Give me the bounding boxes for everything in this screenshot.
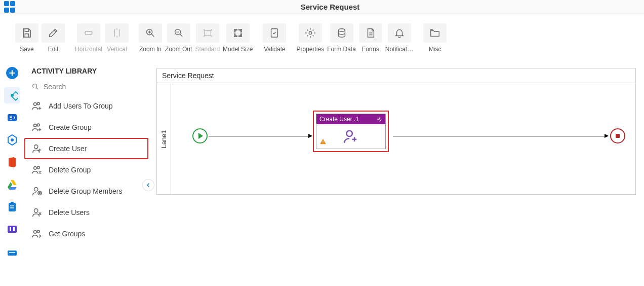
form-data-button[interactable]: Form Data (327, 20, 356, 53)
bell-icon (394, 27, 405, 39)
svg-point-6 (338, 29, 345, 32)
svg-point-32 (347, 131, 352, 136)
lib-item-delete-group-members[interactable]: Delete Group Members (24, 181, 148, 202)
rail-clipboard-button[interactable] (4, 199, 20, 215)
database-icon (336, 27, 347, 39)
properties-button[interactable]: Properties (296, 20, 324, 53)
svg-point-11 (11, 138, 14, 141)
validate-icon (269, 27, 280, 39)
user-add-icon (31, 143, 43, 154)
rail-purple-button[interactable] (4, 221, 20, 237)
validate-button[interactable]: Validate (263, 20, 286, 53)
rail-drive-button[interactable] (4, 176, 20, 193)
group-delete-icon (31, 164, 43, 175)
lib-item-label: Create User (49, 145, 87, 153)
app-rail (0, 60, 24, 286)
activity-node-create-user[interactable]: Create User .1 (313, 111, 389, 152)
svg-point-21 (34, 124, 37, 127)
svg-point-9 (11, 94, 14, 97)
svg-point-19 (34, 103, 37, 106)
svg-point-20 (37, 102, 39, 105)
activity-title: Create User .1 (319, 116, 359, 123)
lib-item-label: Delete Group (49, 166, 91, 174)
save-icon (21, 27, 32, 39)
rail-card-button[interactable] (4, 243, 20, 260)
svg-rect-3 (204, 30, 211, 35)
zoom-in-button[interactable]: Zoom In (139, 20, 162, 53)
standard-zoom-button: Standard (195, 20, 220, 53)
group-add-icon (31, 122, 43, 133)
lib-item-label: Get Groups (49, 230, 85, 238)
svg-point-30 (37, 230, 39, 233)
model-size-icon (232, 27, 244, 39)
svg-point-33 (323, 143, 323, 144)
svg-point-25 (37, 166, 39, 169)
zoom-out-button[interactable]: Zoom Out (165, 20, 192, 53)
end-node[interactable] (610, 128, 625, 144)
model-size-button[interactable]: Model Size (223, 20, 253, 53)
lib-item-delete-users[interactable]: Delete Users (24, 202, 148, 223)
rail-add-button[interactable] (4, 65, 20, 81)
chevron-left-icon (145, 182, 151, 188)
svg-point-28 (34, 209, 38, 212)
zoom-out-icon (173, 27, 184, 39)
toolbar: Save Edit Horizontal Vertical Zoom In Zo… (0, 14, 644, 60)
svg-point-22 (37, 124, 39, 126)
zoom-in-icon (145, 27, 156, 39)
rail-office-button[interactable] (4, 154, 20, 170)
svg-point-24 (34, 167, 37, 170)
search-input[interactable] (44, 83, 141, 91)
lib-item-label: Delete Group Members (49, 187, 123, 195)
folder-icon (429, 27, 440, 39)
svg-point-5 (309, 31, 312, 34)
warning-icon (319, 138, 327, 147)
rail-workflow-button[interactable] (4, 87, 20, 103)
workflow-canvas[interactable]: Service Request Lane1 Create User .1 (156, 68, 636, 195)
page-title: Service Request (16, 3, 644, 11)
lib-item-label: Delete Users (49, 208, 90, 217)
svg-rect-16 (13, 227, 15, 231)
notifications-button[interactable]: Notificat… (385, 20, 413, 53)
edit-button[interactable]: Edit (42, 20, 65, 53)
horizontal-icon (83, 27, 94, 39)
svg-rect-17 (8, 251, 17, 256)
search-icon (31, 82, 39, 91)
gear-icon (305, 27, 316, 39)
connector-start-to-activity[interactable] (209, 136, 312, 136)
app-grid-icon[interactable] (4, 1, 16, 13)
svg-point-18 (33, 84, 37, 88)
sidebar-heading: ACTIVITY LIBRARY (24, 60, 148, 80)
titlebar: Service Request (0, 0, 644, 14)
lane-label-strip: Lane1 (157, 84, 171, 194)
edit-icon (48, 27, 59, 39)
svg-point-26 (34, 188, 38, 191)
lib-item-create-user[interactable]: Create User (24, 138, 148, 159)
rail-exchange-button[interactable] (4, 110, 20, 126)
svg-rect-14 (8, 226, 17, 233)
connector-activity-to-end[interactable] (393, 136, 608, 136)
save-button[interactable]: Save (15, 20, 38, 53)
users-delete-icon (31, 207, 43, 218)
standard-icon (202, 27, 213, 39)
gear-icon[interactable] (376, 116, 382, 122)
svg-rect-13 (11, 202, 14, 204)
horizontal-button: Horizontal (75, 20, 102, 53)
misc-button[interactable]: Misc (423, 20, 447, 53)
lib-item-get-groups[interactable]: Get Groups (24, 223, 148, 244)
start-node[interactable] (192, 128, 208, 144)
lib-item-add-users-to-group[interactable]: Add Users To Group (24, 95, 148, 117)
user-add-icon (342, 128, 359, 145)
lib-item-create-group[interactable]: Create Group (24, 117, 148, 138)
svg-rect-0 (86, 31, 92, 34)
groups-get-icon (31, 228, 43, 239)
rail-hex-button[interactable] (4, 132, 20, 148)
svg-point-23 (34, 145, 38, 149)
collapse-sidebar-button[interactable] (142, 179, 154, 191)
lib-item-delete-group[interactable]: Delete Group (24, 159, 148, 181)
svg-rect-12 (9, 203, 16, 211)
lib-item-label: Add Users To Group (49, 102, 113, 110)
workflow-canvas-wrap: Service Request Lane1 Create User .1 (148, 60, 644, 286)
canvas-title: Service Request (157, 68, 635, 83)
lib-item-label: Create Group (49, 123, 92, 131)
forms-button[interactable]: Forms (359, 20, 382, 53)
